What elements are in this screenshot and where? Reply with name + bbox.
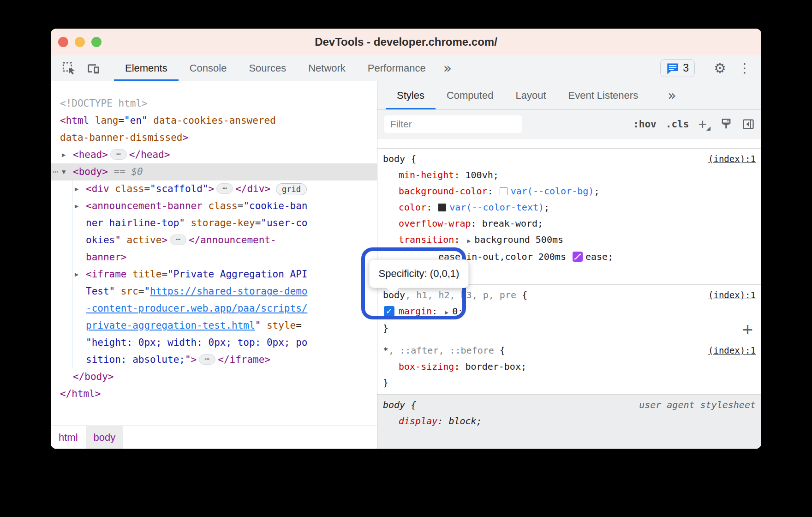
dom-tree-line[interactable]: </html> [51, 385, 377, 403]
elements-tree-panel: <!DOCTYPE html><html lang="en" data-cook… [51, 81, 377, 449]
rule-selector[interactable]: body { [383, 151, 708, 167]
ellipsis-expand-icon[interactable]: ⋯ [199, 354, 215, 365]
more-panels-icon[interactable]: » [437, 55, 458, 81]
dom-tree-line[interactable]: ⋯▼<body> == $0 [51, 163, 377, 180]
stylesheet-source-link[interactable]: (index):1 [708, 287, 756, 303]
sidebar-tab-layout[interactable]: Layout [504, 81, 557, 109]
cubic-bezier-icon[interactable] [573, 252, 583, 262]
css-property[interactable]: margin: ▶0; [383, 303, 756, 320]
ellipsis-expand-icon[interactable]: ⋯ [216, 183, 233, 194]
inspect-element-icon[interactable] [56, 55, 81, 81]
property-name[interactable]: color [399, 202, 426, 213]
filter-input[interactable] [384, 115, 522, 133]
element-style-strip [377, 138, 761, 149]
dom-tree-line[interactable]: ▶<div class="scaffold">⋯</div>grid [51, 180, 377, 198]
tab-sources[interactable]: Sources [238, 55, 297, 81]
titlebar: DevTools - developer.chrome.com/ [51, 29, 761, 55]
devtools-window: DevTools - developer.chrome.com/ Element… [51, 29, 761, 449]
tab-elements[interactable]: Elements [114, 55, 179, 81]
stylesheet-source-link[interactable]: (index):1 [708, 151, 756, 167]
chat-bubble-icon [666, 62, 679, 74]
more-sidebar-tabs-icon[interactable]: » [661, 81, 682, 109]
css-property[interactable]: color: var(--color-text); [383, 199, 756, 216]
collapse-arrow-icon[interactable]: ▼ [62, 163, 66, 180]
tab-network[interactable]: Network [297, 55, 357, 81]
color-swatch-dark [438, 204, 446, 211]
grid-badge[interactable]: grid [276, 183, 307, 195]
css-property[interactable]: background-color: var(--color-bg); [383, 183, 756, 199]
close-button[interactable] [58, 37, 68, 47]
messages-badge[interactable]: 3 [660, 59, 695, 77]
tab-performance[interactable]: Performance [357, 55, 437, 81]
toggle-element-state-button[interactable]: :hov [633, 119, 657, 130]
expand-arrow-icon[interactable]: ▶ [75, 180, 78, 198]
property-checkbox[interactable] [384, 306, 394, 317]
stylesheet-source-link[interactable]: (index):1 [708, 343, 756, 359]
rule-selector[interactable]: *, ::after, ::before { [383, 343, 708, 359]
breadcrumb-item-body[interactable]: body [86, 426, 124, 449]
css-rules-list: body {(index):1min-height: 100vh;backgro… [377, 138, 761, 449]
toolbar-divider [110, 60, 110, 76]
toggle-sidebar-icon[interactable] [742, 118, 755, 131]
expand-arrow-icon[interactable]: ▶ [75, 266, 78, 283]
dom-tree-line[interactable]: data-banner-dismissed> [51, 129, 377, 146]
zoom-button[interactable] [91, 37, 102, 47]
message-count: 3 [683, 62, 689, 74]
ellipsis-expand-icon[interactable]: ⋯ [170, 234, 186, 245]
property-name[interactable]: overflow-wrap [399, 218, 471, 229]
property-name[interactable]: min-height [399, 169, 454, 180]
resource-link[interactable]: private-aggregation-test.html [86, 320, 255, 331]
settings-gear-icon[interactable]: ⚙ [708, 60, 732, 76]
rule-selector[interactable]: body, h1, h2, h3, p, pre { [383, 287, 708, 303]
sidebar-tab-event-listeners[interactable]: Event Listeners [557, 81, 650, 109]
dom-tree: <!DOCTYPE html><html lang="en" data-cook… [51, 81, 377, 403]
tab-console[interactable]: Console [179, 55, 238, 81]
element-classes-button[interactable]: .cls [666, 119, 689, 130]
rule-selector[interactable]: body { [383, 397, 639, 413]
expand-arrow-icon[interactable]: ▶ [445, 304, 448, 320]
sidebar-tab-computed[interactable]: Computed [436, 81, 505, 109]
kebab-menu-icon[interactable]: ⋮ [734, 60, 755, 76]
dom-tree-line[interactable]: ner hairline-top" storage-key="user-co [51, 215, 377, 232]
dom-tree-line[interactable]: banner> [51, 249, 377, 266]
expand-arrow-icon[interactable]: ▶ [62, 146, 66, 163]
property-name[interactable]: background-color [399, 186, 488, 197]
property-name[interactable]: margin [399, 306, 432, 317]
paint-brush-icon[interactable] [720, 118, 733, 131]
dom-tree-line[interactable]: ▶<head>⋯</head> [51, 146, 377, 163]
breadcrumb-item-html[interactable]: html [51, 426, 86, 449]
css-property[interactable]: min-height: 100vh; [383, 167, 756, 183]
insert-style-rule-button[interactable]: + [742, 320, 753, 339]
dom-tree-line[interactable]: "height: 0px; width: 0px; top: 0px; po [51, 334, 377, 351]
css-property[interactable]: transition: ▶background 500ms [383, 232, 756, 249]
resource-link[interactable]: https://shared-storage-demo [150, 286, 307, 297]
dom-tree-line[interactable]: sition: absolute;">⋯</iframe> [51, 351, 377, 368]
dom-tree-line[interactable]: <html lang="en" data-cookies-answered [51, 112, 377, 129]
dom-tree-line[interactable]: Test" src="https://shared-storage-demo [51, 283, 377, 300]
expand-arrow-icon[interactable]: ▶ [75, 198, 78, 215]
dom-tree-line[interactable]: ▶<iframe title="Private Aggregation API [51, 266, 377, 283]
dom-tree-line[interactable]: private-aggregation-test.html" style= [51, 317, 377, 334]
css-property[interactable]: display: block; [383, 413, 756, 429]
ellipsis-expand-icon[interactable]: ⋯ [110, 149, 127, 160]
breadcrumb: htmlbody [51, 426, 377, 449]
dom-tree-line[interactable]: ▶<announcement-banner class="cookie-ban [51, 198, 377, 215]
device-toolbar-icon[interactable] [81, 55, 106, 81]
minimize-button[interactable] [75, 37, 85, 47]
resource-link[interactable]: -content-producer.web.app/paa/scripts/ [86, 303, 307, 314]
property-name[interactable]: box-sizing [399, 361, 454, 372]
property-name[interactable]: transition [399, 234, 454, 245]
new-style-rule-button[interactable]: + [698, 117, 710, 131]
dom-tree-line[interactable]: -content-producer.web.app/paa/scripts/ [51, 300, 377, 317]
css-property[interactable]: overflow-wrap: break-word; [383, 216, 756, 232]
more-actions-icon[interactable]: ⋯ [53, 163, 59, 180]
dom-tree-line[interactable]: <!DOCTYPE html> [51, 95, 377, 112]
property-name[interactable]: display [399, 415, 437, 427]
specificity-tooltip-text: Specificity: (0,0,1) [379, 268, 460, 280]
sidebar-tab-styles[interactable]: Styles [386, 81, 436, 109]
dom-tree-line[interactable]: </body> [51, 368, 377, 385]
dom-tree-line[interactable]: okies" active>⋯</announcement- [51, 232, 377, 249]
sidebar-tab-strip: StylesComputedLayoutEvent Listeners» [377, 81, 761, 110]
css-property[interactable]: box-sizing: border-box; [383, 359, 756, 375]
expand-arrow-icon[interactable]: ▶ [467, 233, 471, 249]
